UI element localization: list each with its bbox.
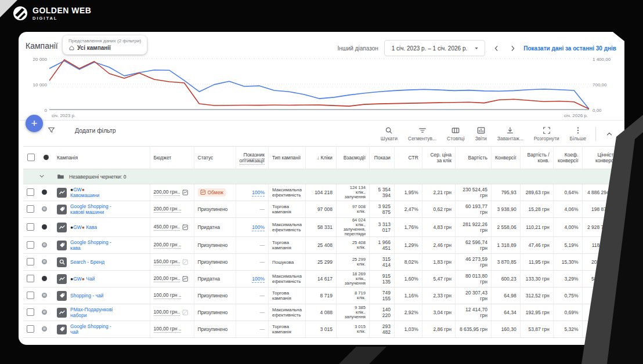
campaign-status-dot-active[interactable]: [42, 190, 47, 195]
column-header-impr[interactable]: Покази: [369, 147, 394, 169]
campaign-type-badge: [57, 188, 67, 198]
cell-impressions: 293 482: [369, 321, 394, 338]
row-checkbox[interactable]: [27, 292, 34, 299]
pmax-icon: [59, 275, 66, 282]
campaign-status-dot-active[interactable]: [42, 224, 47, 230]
row-checkbox[interactable]: [27, 223, 34, 231]
chart-icon: [182, 190, 189, 196]
column-header-cost[interactable]: Вартість: [455, 147, 491, 169]
cell-clicks: 4 088: [305, 304, 336, 321]
right-axis-tick: 700,00: [593, 82, 606, 88]
campaign-status-dot-paused[interactable]: [42, 310, 47, 315]
optimization-score-link[interactable]: 100%: [252, 190, 265, 196]
previous-range-button[interactable]: [491, 43, 501, 53]
campaign-status-dot-paused[interactable]: [42, 326, 47, 332]
column-header-opt[interactable]: Показник оптимізації: [236, 147, 268, 169]
campaign-name[interactable]: ●GW●Кавомашини: [70, 187, 99, 198]
cell-interactions: 9 385 клік., залучення: [336, 304, 369, 321]
caret-down-icon: [473, 45, 480, 52]
column-header-cost_conv[interactable]: Вартість / конв.: [520, 147, 553, 169]
column-header-inter[interactable]: Взаємодії: [336, 147, 369, 169]
column-header-rate[interactable]: Коеф. конверсії: [553, 147, 582, 169]
cell-budget[interactable]: 200,00 грн..: [150, 184, 194, 201]
campaign-name[interactable]: Search - Бренд: [70, 259, 104, 265]
last-30-days-link[interactable]: Показати дані за останні 30 днів: [523, 45, 616, 52]
campaign-name[interactable]: PMax-Подарунковінабори: [70, 307, 113, 318]
x-axis-start-label: січ. 2023 р.: [52, 113, 75, 118]
collapse-toolbar-button[interactable]: [600, 130, 619, 138]
next-range-button[interactable]: [507, 43, 518, 53]
cell-conversions: 2 558,06: [491, 218, 520, 237]
toolbar-expand-button[interactable]: Розгорнути: [529, 126, 565, 141]
cell-cost: 8 635,95 грн: [455, 321, 491, 338]
add-filter-label: Додати фільтр: [75, 127, 116, 134]
column-header-type[interactable]: Тип кампанії: [268, 147, 305, 169]
campaign-status-dot-paused[interactable]: [42, 206, 47, 212]
row-checkbox[interactable]: [27, 308, 34, 316]
campaign-status-dot-paused[interactable]: [42, 259, 47, 264]
campaign-type-badge: [57, 241, 67, 250]
campaign-name[interactable]: ●GW● Чай: [70, 276, 95, 282]
toolbar-button-label: Завантаж...: [497, 136, 523, 141]
campaign-name[interactable]: Google Shopping -кавові машини: [70, 203, 111, 215]
cell-budget[interactable]: 200,00 грн ..: [150, 201, 194, 218]
data-view-chip[interactable]: Представлення даних (2 фільтри) Усі камп…: [63, 35, 147, 54]
optimization-score-link[interactable]: 100%: [252, 224, 265, 231]
column-header-cpc[interactable]: Сер. ціна за клік: [422, 147, 455, 169]
cell-budget[interactable]: 200,00 грн..: [150, 271, 194, 287]
optimization-score-link[interactable]: 100%: [252, 276, 265, 283]
cell-budget[interactable]: 100,00 грн ..: [150, 321, 194, 338]
row-checkbox[interactable]: [27, 188, 34, 196]
cell-interactions: 124 134 клік., залучення: [336, 184, 369, 201]
cell-clicks: 14 617: [305, 271, 336, 287]
select-all-checkbox[interactable]: [27, 154, 35, 161]
cell-budget[interactable]: 150,00 грн..: [150, 254, 194, 271]
cell-conversions: 160,30: [491, 321, 520, 338]
campaign-status-dot-active[interactable]: [42, 276, 47, 281]
campaign-type-badge: [57, 325, 67, 334]
cell-budget[interactable]: 100,00 грн..: [150, 304, 194, 321]
campaign-status-dot-paused[interactable]: [42, 242, 47, 247]
column-header-budget[interactable]: Бюджет: [150, 147, 194, 169]
column-header-status[interactable]: Статус: [194, 147, 236, 169]
pmax-icon: [59, 189, 66, 196]
toolbar-reports-button[interactable]: Звіти: [470, 126, 492, 141]
date-range-dropdown[interactable]: 1 січ. 2023 р. – 1 січ. 2026 р.: [384, 40, 486, 56]
toolbar-columns-button[interactable]: Стовпці: [442, 126, 470, 141]
status-badge-limited[interactable]: Обмеж: [198, 188, 226, 196]
toolbar-button-label: Стовпці: [447, 136, 465, 141]
cell-budget[interactable]: 450,00 грн..: [150, 218, 194, 237]
toolbar-segment-button[interactable]: Сегментув...: [403, 126, 442, 141]
row-checkbox[interactable]: [27, 325, 34, 333]
campaign-row: Google Shopping -чай100,00 грн ..Призупи…: [23, 321, 620, 338]
toolbar-search-button[interactable]: Шукати: [375, 126, 403, 141]
drafts-group-row[interactable]: Незавершені чернетки: 0: [23, 169, 620, 184]
campaign-name[interactable]: Google Shopping -кава: [70, 239, 111, 251]
column-header-clicks[interactable]: ↓ Кліки: [305, 147, 336, 169]
cell-budget[interactable]: 100,00 грн ..: [150, 287, 194, 304]
cell-conversion-value: 15 556,00: [582, 321, 620, 338]
cell-avg-cpc: 5,47 грн: [422, 271, 455, 287]
toolbar-more-button[interactable]: Більше: [565, 126, 591, 141]
campaign-status-dot-paused[interactable]: [42, 293, 47, 298]
toolbar-download-button[interactable]: Завантаж...: [492, 126, 529, 141]
add-filter-button[interactable]: Додати фільтр: [48, 126, 116, 134]
column-header-name[interactable]: Кампанія: [53, 147, 150, 169]
row-checkbox[interactable]: [27, 275, 34, 282]
campaign-name[interactable]: Shopping - чай: [70, 293, 103, 299]
cell-interactions: 25 408 клік.: [336, 237, 369, 254]
row-checkbox[interactable]: [27, 258, 34, 265]
cell-impressions: 5 354 394: [369, 184, 394, 201]
campaign-name[interactable]: ●GW● Кава: [70, 224, 97, 230]
cell-ctr: 1,29%: [394, 237, 422, 254]
cell-avg-cpc: 1,83 грн: [422, 254, 455, 271]
column-header-value[interactable]: Цінність конверсії: [582, 147, 620, 169]
add-campaign-button[interactable]: +: [26, 115, 43, 132]
row-checkbox[interactable]: [27, 205, 34, 213]
column-header-ctr[interactable]: CTR: [394, 147, 422, 169]
campaign-name[interactable]: Google Shopping -чай: [70, 323, 111, 335]
column-header-conv[interactable]: Конверсії: [491, 147, 520, 169]
cell-budget[interactable]: 200,00 грн ..: [150, 237, 194, 254]
row-checkbox[interactable]: [27, 241, 34, 249]
cell-optimization-score: —: [236, 287, 268, 304]
